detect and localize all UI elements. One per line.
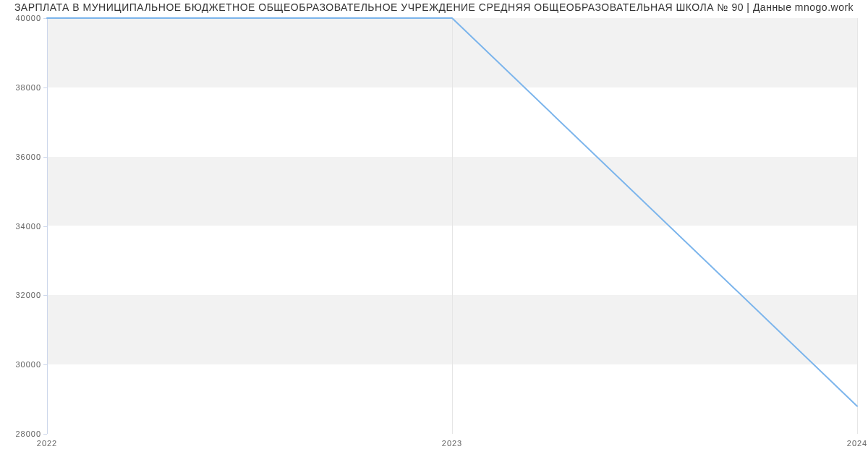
y-tick-label: 30000 xyxy=(15,360,41,369)
chart-container: ЗАРПЛАТА В МУНИЦИПАЛЬНОЕ БЮДЖЕТНОЕ ОБЩЕО… xyxy=(0,0,868,470)
x-tick-label: 2023 xyxy=(442,439,462,448)
plot-area xyxy=(47,18,857,434)
y-tick-label: 28000 xyxy=(15,430,41,438)
x-gridline xyxy=(857,18,858,434)
y-tick-label: 40000 xyxy=(15,14,41,22)
chart-title: ЗАРПЛАТА В МУНИЦИПАЛЬНОЕ БЮДЖЕТНОЕ ОБЩЕО… xyxy=(0,1,868,13)
y-tick-label: 32000 xyxy=(15,291,41,299)
y-tick-label: 38000 xyxy=(15,83,41,92)
y-tick-label: 34000 xyxy=(15,222,41,231)
x-tick-label: 2024 xyxy=(847,439,867,448)
line-series xyxy=(47,18,857,406)
line-series-svg xyxy=(47,18,857,434)
y-tick-mark xyxy=(43,434,47,435)
y-tick-label: 36000 xyxy=(15,153,41,161)
x-tick-label: 2022 xyxy=(37,439,57,448)
